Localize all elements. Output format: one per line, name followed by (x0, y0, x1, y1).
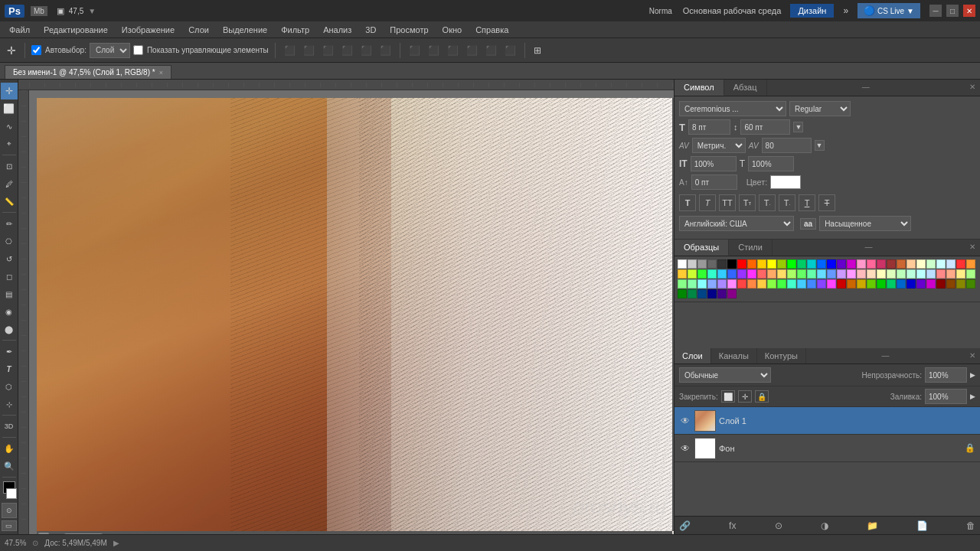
menu-select[interactable]: Выделение (217, 24, 273, 36)
color-swatch[interactable] (757, 259, 766, 269)
tab-close-btn[interactable]: × (159, 69, 163, 77)
color-swatch[interactable] (717, 279, 727, 289)
color-swatch[interactable] (717, 289, 727, 298)
ruler-tool[interactable]: 📏 (1, 193, 18, 210)
color-swatch[interactable] (867, 269, 876, 279)
style-sub-btn[interactable]: T. (779, 194, 795, 211)
layer-adj-btn[interactable]: ◑ (821, 520, 828, 531)
color-swatch[interactable] (807, 269, 816, 279)
color-swatch[interactable] (916, 259, 926, 269)
menu-edit[interactable]: Редактирование (38, 24, 114, 36)
menu-analysis[interactable]: Анализ (317, 24, 358, 36)
minimize-button[interactable]: ─ (929, 5, 942, 17)
menu-3d[interactable]: 3D (359, 24, 382, 36)
color-swatch[interactable] (777, 259, 786, 269)
tab-styles[interactable]: Стили (729, 240, 773, 256)
color-swatch[interactable] (777, 269, 786, 279)
tab-paragraph[interactable]: Абзац (724, 80, 767, 96)
design-button[interactable]: Дизайн (790, 4, 834, 18)
tab-layers[interactable]: Слои (675, 348, 711, 364)
auto-align-btn[interactable]: ⊞ (531, 44, 544, 57)
color-swatch[interactable] (678, 289, 687, 298)
color-swatch[interactable] (697, 279, 707, 289)
color-swatch[interactable] (807, 279, 816, 289)
color-swatch[interactable] (767, 269, 776, 279)
color-swatch[interactable] (916, 279, 926, 289)
menu-window[interactable]: Окно (436, 24, 469, 36)
align-left-btn[interactable]: ⬛ (282, 44, 298, 57)
menu-file[interactable]: Файл (3, 24, 36, 36)
color-swatch[interactable] (926, 279, 936, 289)
layer-new-btn[interactable]: 📄 (916, 520, 928, 531)
zoom-tool[interactable]: 🔍 (1, 458, 18, 474)
lock-all-btn[interactable]: 🔒 (755, 390, 769, 403)
color-swatch[interactable] (707, 279, 717, 289)
color-swatch[interactable] (717, 259, 727, 269)
color-swatch[interactable] (916, 269, 926, 279)
color-swatch[interactable] (787, 259, 796, 269)
color-swatch[interactable] (678, 269, 687, 279)
color-swatch[interactable] (906, 269, 916, 279)
color-swatch[interactable] (678, 259, 687, 269)
background-color[interactable] (6, 488, 17, 499)
color-swatch[interactable] (827, 259, 836, 269)
style-tt-btn[interactable]: TT (719, 194, 736, 211)
align-right-btn[interactable]: ⬛ (320, 44, 336, 57)
align-bottom-btn[interactable]: ⬛ (377, 44, 394, 57)
leading-dropdown[interactable]: ▼ (793, 122, 803, 132)
layer-eye-bg[interactable]: 👁 (679, 442, 691, 455)
dodge-tool[interactable]: ⬤ (1, 321, 18, 337)
align-top-btn[interactable]: ⬛ (339, 44, 355, 57)
clone-tool[interactable]: ⎔ (1, 233, 18, 249)
color-swatch[interactable] (946, 279, 956, 289)
color-swatch[interactable] (737, 269, 746, 279)
text-color-swatch[interactable] (770, 175, 801, 189)
layers-panel-close[interactable]: ✕ (965, 348, 980, 364)
eraser-tool[interactable]: ◻ (1, 268, 18, 285)
shape-tool[interactable]: ⬡ (1, 378, 18, 395)
symbol-panel-collapse[interactable]: — (858, 80, 874, 96)
color-swatch[interactable] (817, 259, 826, 269)
color-swatch[interactable] (737, 259, 746, 269)
text-tool[interactable]: T (1, 360, 18, 377)
kerning-select[interactable]: Метрич. (692, 138, 746, 153)
eyedropper-tool[interactable]: 🖉 (1, 175, 18, 192)
distrib3-btn[interactable]: ⬛ (445, 44, 461, 57)
color-swatch[interactable] (697, 259, 707, 269)
layer-mask-btn[interactable]: ⊙ (775, 520, 782, 531)
color-swatch[interactable] (956, 269, 965, 279)
tab-symbol[interactable]: Символ (675, 80, 724, 96)
color-swatch[interactable] (936, 269, 946, 279)
color-swatch[interactable] (747, 259, 756, 269)
fill-arrow[interactable]: ▶ (970, 393, 975, 400)
zoom-box-icon[interactable]: ⊙ (32, 539, 38, 547)
opacity-arrow[interactable]: ▶ (970, 371, 975, 379)
color-swatch[interactable] (936, 279, 946, 289)
color-swatch[interactable] (887, 259, 896, 269)
color-swatch[interactable] (877, 259, 886, 269)
layer-eye-1[interactable]: 👁 (679, 415, 691, 427)
color-swatch[interactable] (817, 279, 826, 289)
color-swatch[interactable] (688, 269, 697, 279)
maximize-button[interactable]: □ (946, 5, 959, 17)
color-swatch[interactable] (767, 259, 776, 269)
color-swatch[interactable] (797, 269, 806, 279)
status-arrow[interactable]: ▶ (113, 539, 119, 547)
color-swatch[interactable] (827, 279, 836, 289)
opacity-input[interactable] (925, 367, 967, 383)
color-swatch[interactable] (906, 259, 916, 269)
color-swatch[interactable] (688, 289, 697, 298)
autoselect-checkbox[interactable] (31, 45, 41, 55)
color-swatch[interactable] (797, 279, 806, 289)
pen-tool[interactable]: ✒ (1, 343, 18, 360)
color-swatch[interactable] (807, 259, 816, 269)
tab-channels[interactable]: Каналы (711, 348, 757, 364)
color-swatch[interactable] (946, 259, 956, 269)
menu-layers[interactable]: Слои (182, 24, 215, 36)
color-swatch[interactable] (767, 279, 776, 289)
color-swatch[interactable] (926, 259, 936, 269)
marquee-tool[interactable]: ⬜ (1, 100, 18, 117)
color-swatch[interactable] (787, 279, 796, 289)
layer-style-btn[interactable]: fx (729, 520, 736, 531)
distrib2-btn[interactable]: ⬛ (426, 44, 442, 57)
